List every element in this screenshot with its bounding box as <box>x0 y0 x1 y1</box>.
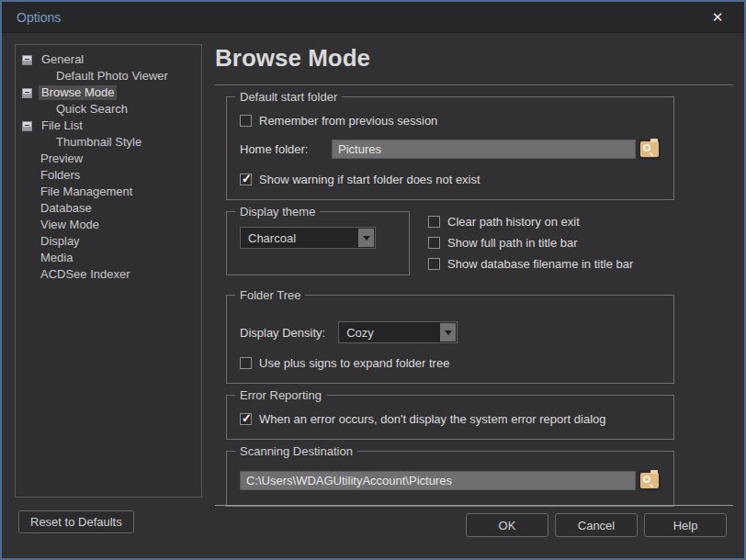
sidebar-item-database[interactable]: Database <box>16 200 201 217</box>
sidebar-item-default-photo-viewer[interactable]: Default Photo Viewer <box>16 68 201 84</box>
checkbox-icon[interactable] <box>240 357 252 369</box>
scanning-destination-browse-button[interactable] <box>639 470 661 491</box>
display-density-row: Display Density: Cozy <box>240 321 661 343</box>
home-folder-row: Home folder: <box>240 139 661 160</box>
sidebar-item-display[interactable]: Display <box>16 233 201 250</box>
title-bar-options: Clear path history on exit Show full pat… <box>428 211 633 278</box>
checkbox-icon[interactable] <box>428 258 440 270</box>
sidebar-item-file-management[interactable]: File Management <box>16 184 201 200</box>
chevron-down-icon[interactable] <box>358 229 374 247</box>
scanning-destination-input[interactable] <box>240 471 636 490</box>
collapse-icon[interactable] <box>22 55 32 65</box>
reset-to-defaults-button[interactable]: Reset to Defaults <box>18 510 134 533</box>
folder-search-icon <box>640 473 659 488</box>
sidebar-item-thumbnail-style[interactable]: Thumbnail Style <box>16 134 201 151</box>
group-display-theme: Display theme Charcoal <box>226 211 410 275</box>
title-divider <box>215 84 733 85</box>
options-category-tree: General Default Photo Viewer Browse Mode… <box>15 44 202 498</box>
chevron-down-icon[interactable] <box>440 323 456 342</box>
show-warning-checkbox[interactable]: Show warning if start folder does not ex… <box>240 173 661 186</box>
sidebar-item-media[interactable]: Media <box>16 250 201 266</box>
sidebar-item-browse-mode[interactable]: Browse Mode <box>16 84 201 101</box>
checkbox-icon[interactable] <box>428 237 440 249</box>
checkbox-icon[interactable] <box>240 115 252 127</box>
home-folder-browse-button[interactable] <box>639 139 661 160</box>
error-report-checkbox[interactable]: When an error occurs, don't display the … <box>240 412 661 426</box>
scanning-destination-row <box>240 470 661 491</box>
home-folder-input[interactable] <box>332 140 636 159</box>
checkbox-icon[interactable] <box>240 174 252 185</box>
display-theme-select[interactable]: Charcoal <box>240 227 376 249</box>
group-scanning-destination: Scanning Destination <box>226 451 674 507</box>
title-bar: Options ✕ <box>2 2 744 33</box>
sidebar-item-general[interactable]: General <box>16 51 201 68</box>
display-density-select[interactable]: Cozy <box>338 321 458 343</box>
group-legend: Error Reporting <box>235 388 326 402</box>
browse-mode-panel: Browse Mode Default start folder Remembe… <box>215 44 733 507</box>
help-button[interactable]: Help <box>644 513 727 537</box>
folder-search-icon <box>640 141 659 157</box>
show-full-path-checkbox[interactable]: Show full path in title bar <box>428 236 633 250</box>
group-default-start-folder: Default start folder Remember from previ… <box>226 96 674 200</box>
plus-signs-checkbox[interactable]: Use plus signs to expand folder tree <box>240 356 661 370</box>
sidebar-item-acdsee-indexer[interactable]: ACDSee Indexer <box>16 266 201 283</box>
group-legend: Folder Tree <box>235 288 305 302</box>
sidebar-item-quick-search[interactable]: Quick Search <box>16 101 201 118</box>
close-icon[interactable]: ✕ <box>702 2 733 33</box>
checkbox-icon[interactable] <box>240 413 252 425</box>
remember-session-checkbox[interactable]: Remember from previous session <box>240 114 661 128</box>
group-error-reporting: Error Reporting When an error occurs, do… <box>226 395 674 440</box>
ok-button[interactable]: OK <box>466 513 548 537</box>
sidebar-item-view-mode[interactable]: View Mode <box>16 217 201 233</box>
group-legend: Default start folder <box>235 90 342 104</box>
footer-divider <box>215 505 733 506</box>
options-dialog: Options ✕ General Default Photo Viewer B… <box>0 0 746 560</box>
clear-path-history-checkbox[interactable]: Clear path history on exit <box>428 215 633 229</box>
display-density-label: Display Density: <box>240 326 325 340</box>
checkbox-icon[interactable] <box>428 216 440 228</box>
collapse-icon[interactable] <box>22 121 32 131</box>
group-folder-tree: Folder Tree Display Density: Cozy Use pl… <box>226 295 674 384</box>
dialog-action-buttons: OK Cancel Help <box>466 513 727 537</box>
home-folder-label: Home folder: <box>240 142 332 156</box>
theme-row: Display theme Charcoal Clear path histor… <box>215 211 733 278</box>
sidebar-item-preview[interactable]: Preview <box>16 151 201 167</box>
show-database-filename-checkbox[interactable]: Show database filename in title bar <box>428 257 633 271</box>
page-title: Browse Mode <box>215 44 733 72</box>
window-title: Options <box>17 10 61 25</box>
group-legend: Display theme <box>235 205 320 218</box>
group-legend: Scanning Destination <box>235 444 357 458</box>
collapse-icon[interactable] <box>22 88 32 98</box>
cancel-button[interactable]: Cancel <box>555 513 638 537</box>
sidebar-item-folders[interactable]: Folders <box>16 167 201 184</box>
sidebar-item-file-list[interactable]: File List <box>16 118 201 134</box>
